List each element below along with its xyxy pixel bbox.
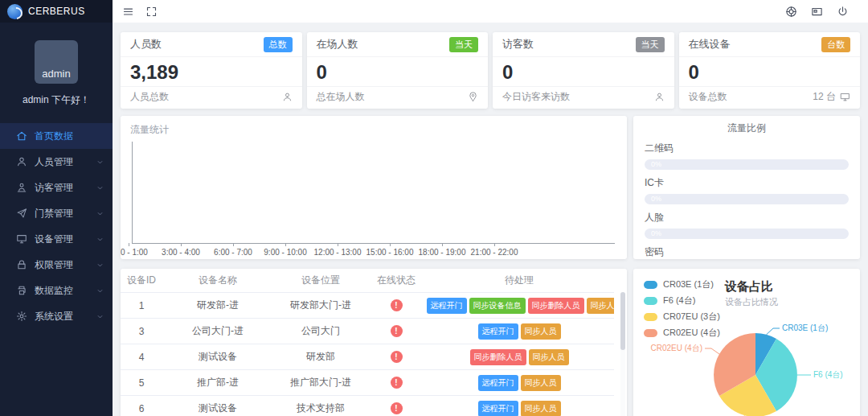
screen-icon[interactable]	[811, 6, 823, 18]
sidebar-item-1[interactable]: 首页数据	[0, 123, 113, 149]
stat-card-title: 在线设备	[689, 37, 731, 51]
x-axis-label: 0:00 - 1:00	[121, 248, 148, 257]
table-row[interactable]: 5推广部-进推广部大门-进!远程开门同步人员	[121, 370, 614, 396]
legend-label: CR03E (1台)	[663, 278, 714, 290]
greeting: admin 下午好！	[0, 93, 113, 107]
person-icon	[654, 92, 665, 102]
x-axis-tick	[233, 243, 234, 246]
help-icon[interactable]	[785, 6, 797, 18]
table-row[interactable]: 6测试设备技术支持部!远程开门同步人员	[121, 396, 614, 416]
traffic-ratio-list: 二维码0%IC卡0%人脸0%密码0%	[633, 142, 860, 259]
cell-online-status: !	[368, 370, 424, 396]
sidebar-item-6[interactable]: 权限管理	[0, 252, 113, 278]
stat-card-1: 人员数总数3,189人员总数	[121, 32, 302, 109]
stat-card-badge: 台数	[821, 37, 850, 52]
stat-cards-row: 人员数总数3,189人员总数在场人数当天0总在场人数访客数当天0今日访客来访数在…	[121, 32, 860, 109]
remote-open-button[interactable]: 远程开门	[478, 401, 518, 416]
person-icon	[282, 92, 293, 102]
offline-alert-icon: !	[391, 402, 403, 414]
cell-device-id: 5	[121, 370, 162, 396]
table-scrollbar[interactable]	[620, 292, 625, 416]
cell-online-status: !	[368, 319, 424, 344]
sidebar-menu: 首页数据人员管理访客管理门禁管理设备管理权限管理数据监控系统设置	[0, 123, 113, 329]
column-header: 设备ID	[121, 269, 162, 293]
chevron-down-icon	[96, 183, 104, 192]
ratio-percent: 0%	[651, 160, 661, 168]
sidebar-item-4[interactable]: 门禁管理	[0, 200, 113, 226]
pie-subtitle: 设备占比情况	[725, 296, 778, 308]
table-row[interactable]: 3公司大门-进公司大门!远程开门同步人员	[121, 319, 614, 344]
offline-alert-icon: !	[391, 299, 403, 311]
stat-card-footer-value: 12 台	[813, 90, 836, 104]
sidebar-item-3[interactable]: 访客管理	[0, 175, 113, 200]
stat-card-header: 访客数当天	[493, 32, 674, 57]
table-row[interactable]: 4测试设备研发部!同步删除人员同步人员	[121, 344, 614, 370]
sync-device-info-button[interactable]: 同步设备信息	[469, 298, 526, 314]
device-pie-card: CR03E (1台)F6 (4台)CR07EU (3台)CR02EU (4台) …	[633, 269, 860, 416]
ratio-progress-bar: 0%	[645, 229, 849, 239]
chevron-down-icon	[96, 312, 104, 321]
remote-open-button[interactable]: 远程开门	[478, 323, 518, 340]
sidebar-item-label: 权限管理	[35, 258, 73, 272]
brand-name: CERBERUS	[28, 6, 85, 17]
ratio-item-label: 密码	[645, 245, 849, 259]
sync-person-button[interactable]: 同步人员	[521, 375, 561, 391]
stat-card-value: 0	[493, 57, 674, 86]
x-axis-label: 3:00 - 4:00	[162, 248, 200, 257]
sync-delete-person-button[interactable]: 同步删除人员	[470, 349, 526, 365]
topbar	[113, 0, 868, 23]
home-icon	[16, 130, 27, 142]
x-axis-label: 15:00 - 16:00	[366, 248, 414, 257]
visitor-icon	[16, 182, 27, 193]
bottom-row: 设备ID设备名称设备位置在线状态待处理 1研发部-进研发部大门-进!远程开门同步…	[121, 269, 860, 416]
sidebar-item-8[interactable]: 系统设置	[0, 303, 113, 329]
x-axis-label: 9:00 - 10:00	[264, 248, 306, 257]
legend-label: F6 (4台)	[663, 294, 695, 307]
stat-card-title: 人员数	[130, 37, 162, 51]
cell-actions: 远程开门同步人员	[424, 396, 614, 416]
stat-card-footer-label: 设备总数	[689, 90, 727, 104]
x-axis-label: 6:00 - 7:00	[214, 248, 252, 257]
stat-card-badge: 总数	[264, 37, 293, 52]
cell-device-location: 研发部	[273, 344, 368, 370]
x-axis-tick	[129, 243, 129, 246]
sidebar-item-2[interactable]: 人员管理	[0, 149, 113, 175]
legend-item: F6 (4台)	[644, 294, 720, 307]
sidebar-item-7[interactable]: 数据监控	[0, 278, 113, 303]
x-axis-tick	[338, 243, 338, 246]
remote-open-button[interactable]: 远程开门	[427, 298, 467, 314]
stat-card-title: 访客数	[502, 37, 534, 51]
ratio-percent: 0%	[651, 229, 661, 237]
display-icon	[840, 92, 850, 102]
display-icon	[16, 233, 27, 245]
table-row[interactable]: 1研发部-进研发部大门-进!远程开门同步设备信息同步删除人员同步人员	[121, 293, 614, 319]
sync-delete-person-button[interactable]: 同步删除人员	[528, 298, 584, 314]
offline-alert-icon: !	[391, 325, 403, 337]
pie-leader-line	[705, 348, 719, 354]
cell-device-id: 6	[121, 396, 162, 416]
table-scrollbar-thumb[interactable]	[620, 292, 625, 350]
remote-open-button[interactable]: 远程开门	[478, 375, 518, 391]
ratio-item-label: 二维码	[645, 142, 849, 155]
fullscreen-icon[interactable]	[145, 6, 158, 18]
sync-person-button[interactable]: 同步人员	[587, 298, 615, 314]
stat-card-value: 0	[307, 57, 489, 86]
menu-icon[interactable]	[122, 6, 134, 18]
stat-card-header: 在场人数当天	[307, 32, 489, 57]
sidebar-item-5[interactable]: 设备管理	[0, 226, 113, 252]
stat-card-value: 3,189	[121, 57, 302, 86]
pie-title: 设备占比	[725, 279, 773, 294]
pie-leader-line	[767, 328, 780, 335]
x-axis-label: 12:00 - 13:00	[314, 248, 362, 257]
column-header: 设备位置	[273, 269, 368, 293]
sync-person-button[interactable]: 同步人员	[521, 323, 561, 340]
cell-device-location: 技术支持部	[273, 396, 368, 416]
x-axis-tick	[494, 243, 495, 246]
sync-person-button[interactable]: 同步人员	[529, 349, 569, 365]
cell-device-id: 4	[121, 344, 162, 370]
stat-card-footer: 设备总数12 台	[679, 86, 861, 107]
sync-person-button[interactable]: 同步人员	[521, 401, 561, 416]
power-icon[interactable]	[837, 6, 849, 18]
stat-card-title: 在场人数	[317, 37, 358, 51]
stat-card-footer-right	[654, 92, 665, 102]
